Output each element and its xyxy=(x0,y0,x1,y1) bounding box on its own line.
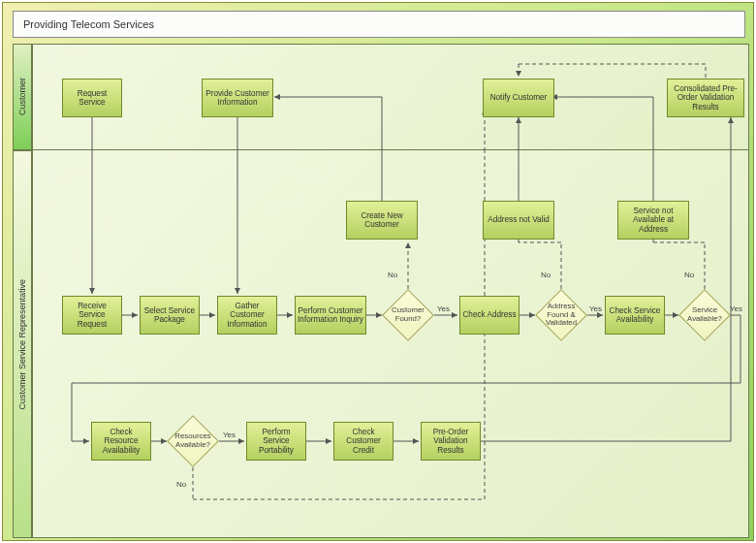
page-title: Providing Telecom Services xyxy=(13,11,745,38)
lane-body-csr: Create New Customer Address not Valid Se… xyxy=(32,150,749,538)
task-perform-inquiry: Perform Customer Information Inquiry xyxy=(295,296,366,335)
gateway-addr-validated: Address Found & Validated xyxy=(535,289,587,341)
task-check-service: Check Service Availability xyxy=(605,296,665,335)
task-svc-not-avail: Service not Available at Address xyxy=(617,201,689,240)
lane-label-customer: Customer xyxy=(17,78,27,115)
task-receive-request: Receive Service Request xyxy=(62,296,122,335)
task-preorder-results: Pre-Order Validation Results xyxy=(421,422,481,461)
task-check-resource: Check Resource Availability xyxy=(91,422,151,461)
task-request-service: Request Service xyxy=(62,79,122,117)
task-notify-customer: Notify Customer xyxy=(483,79,554,117)
task-check-credit: Check Customer Credit xyxy=(333,422,394,461)
gateway-service-avail: Service Available? xyxy=(678,289,731,341)
task-perform-port: Perform Service Portability xyxy=(246,422,306,461)
diagram-frame: Providing Telecom Services Customer Cust… xyxy=(2,2,754,541)
edges-customer xyxy=(33,45,750,151)
label-yes-1: Yes xyxy=(437,304,450,313)
label-yes-3: Yes xyxy=(730,304,742,313)
task-addr-not-valid: Address not Valid xyxy=(483,201,554,240)
lane-label-csr: Customer Service Representative xyxy=(17,279,27,410)
label-no-3: No xyxy=(684,271,694,279)
label-no-1: No xyxy=(388,271,397,279)
label-yes-2: Yes xyxy=(589,304,602,313)
task-check-address: Check Address xyxy=(459,296,520,335)
task-consolidated: Consolidated Pre-Order Validation Result… xyxy=(667,79,744,117)
lane-body-customer: Request Service Provide Customer Informa… xyxy=(32,44,749,150)
label-yes-4: Yes xyxy=(223,431,236,439)
task-select-package: Select Service Package xyxy=(140,296,200,335)
swimlane-pool: Customer Customer Service Representative xyxy=(13,44,749,538)
lane-header-csr: Customer Service Representative xyxy=(13,150,32,538)
gateway-customer-found: Customer Found? xyxy=(382,289,434,341)
task-create-customer: Create New Customer xyxy=(346,201,418,240)
task-gather-info: Gather Customer Information xyxy=(217,296,277,335)
task-provide-info: Provide Customer Information xyxy=(202,79,273,117)
gateway-resources-avail: Resources Available? xyxy=(167,415,219,467)
label-no-4: No xyxy=(176,480,186,489)
lane-header-customer: Customer xyxy=(13,44,32,150)
label-no-2: No xyxy=(541,271,551,279)
